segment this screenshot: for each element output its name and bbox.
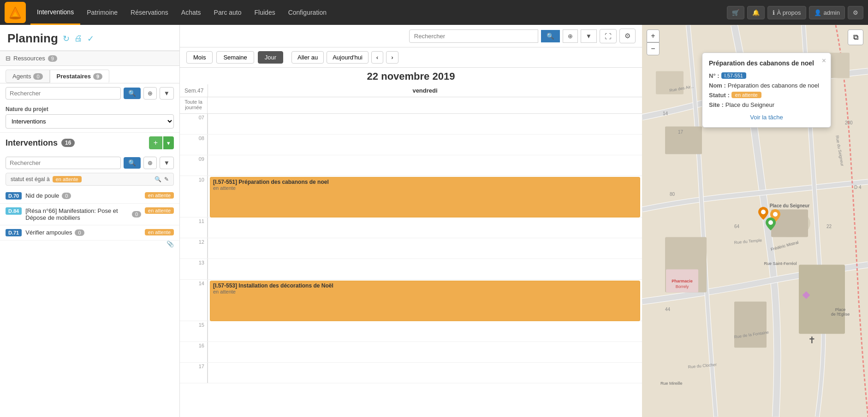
interventions-title: Interventions 16 xyxy=(6,138,75,148)
nav-patrimoine[interactable]: Patrimoine xyxy=(80,0,124,25)
nav-parc-auto[interactable]: Parc auto xyxy=(208,0,248,25)
sidebar: Planning ↻ 🖨 ✓ ⊟ Ressources 9 Agents 0 xyxy=(0,25,180,417)
interventions-zoom-button[interactable]: ⊕ xyxy=(143,157,157,169)
global-filter-button[interactable]: ▼ xyxy=(581,29,597,43)
next-day-button[interactable]: › xyxy=(386,51,398,64)
layers-icon: ⧉ xyxy=(853,33,858,41)
zoom-icon-global: ⊕ xyxy=(568,33,573,40)
list-item[interactable]: D.71 Vérifier ampoules 0 en attente xyxy=(0,225,179,241)
item-title-d71: Vérifier ampoules 0 xyxy=(25,229,141,236)
interventions-search-button[interactable]: 🔍 xyxy=(124,157,141,169)
apropos-button[interactable]: ℹ À propos xyxy=(767,6,806,19)
hour-label-15: 15 xyxy=(180,321,208,341)
search-icon-global: 🔍 xyxy=(547,33,554,40)
global-zoom-button[interactable]: ⊕ xyxy=(563,29,578,43)
map-popup: Préparation des cabanons de noel × N° : … xyxy=(702,53,831,128)
popup-nom-label: Nom : xyxy=(709,82,726,89)
sidebar-search-input[interactable] xyxy=(6,87,121,100)
check-icon[interactable]: ✓ xyxy=(87,34,94,44)
sidebar-search-button[interactable]: 🔍 xyxy=(124,88,141,99)
item-attach-d84: 0 xyxy=(132,211,141,217)
hour-cell-15 xyxy=(208,321,642,341)
nav-reservations[interactable]: Réservations xyxy=(124,0,175,25)
nav-fluides[interactable]: Fluides xyxy=(248,0,282,25)
collapse-icon[interactable]: ⊟ xyxy=(6,55,11,62)
print-icon[interactable]: 🖨 xyxy=(74,34,83,43)
map-marker-selected[interactable] xyxy=(766,217,776,232)
hour-cell-17 xyxy=(208,363,642,383)
calendar-date-title: 22 novembre 2019 xyxy=(180,68,642,84)
layers-button[interactable]: ⧉ xyxy=(848,29,863,45)
item-badge-d70: D.70 xyxy=(6,192,22,200)
item-status-d70: en attente xyxy=(145,192,174,199)
hour-cell-12 xyxy=(208,238,642,258)
refresh-icon[interactable]: ↻ xyxy=(63,34,70,44)
item-badge-d84: D.84 xyxy=(6,207,22,215)
svg-text:de l'Eglise: de l'Eglise xyxy=(831,312,850,317)
prev-day-button[interactable]: ‹ xyxy=(371,51,383,64)
allday-cell xyxy=(208,97,642,113)
hour-row-17: 17 xyxy=(180,363,642,383)
interventions-search-input[interactable] xyxy=(6,157,121,169)
hour-row-07: 07 xyxy=(180,114,642,135)
svg-text:64: 64 xyxy=(734,224,740,229)
expand-button[interactable]: ⛶ xyxy=(600,29,617,43)
tab-agents[interactable]: Agents 0 xyxy=(6,70,50,83)
cart-button[interactable]: 🛒 xyxy=(727,6,744,19)
sidebar-search-row: 🔍 ⊕ ▼ xyxy=(0,83,179,103)
add-dropdown-button[interactable]: ▾ xyxy=(163,136,174,149)
nav-links: Interventions Patrimoine Réservations Ac… xyxy=(30,0,727,25)
admin-button[interactable]: 👤 admin xyxy=(809,6,845,19)
popup-site-row: Site : Place du Seigneur xyxy=(709,101,824,108)
search-icon-2: 🔍 xyxy=(128,159,136,166)
view-semaine-button[interactable]: Semaine xyxy=(216,51,254,64)
nav-configuration[interactable]: Configuration xyxy=(282,0,333,25)
calendar-event-1[interactable]: [I.57-551] Préparation des cabanons de n… xyxy=(210,177,640,217)
bell-button[interactable]: 🔔 xyxy=(747,6,765,19)
svg-point-42 xyxy=(768,220,773,225)
settings-button[interactable]: ⚙ xyxy=(848,6,863,19)
zoom-in-button[interactable]: + xyxy=(647,29,660,42)
nav-interventions[interactable]: Interventions xyxy=(30,0,80,25)
prestataires-count: 9 xyxy=(93,73,102,80)
hour-label-10: 10 xyxy=(180,176,208,217)
sidebar-filter-button[interactable]: ▼ xyxy=(160,87,174,100)
app-logo xyxy=(5,2,26,23)
hour-row-16: 16 xyxy=(180,342,642,363)
view-jour-button[interactable]: Jour xyxy=(258,51,283,64)
interventions-filter-button[interactable]: ▼ xyxy=(160,157,174,169)
event-2-status: en attente xyxy=(213,289,637,294)
aller-au-button[interactable]: Aller au xyxy=(291,51,324,64)
global-search-input[interactable] xyxy=(409,29,538,43)
add-intervention-button[interactable]: + xyxy=(149,136,162,149)
settings-calendar-button[interactable]: ⚙ xyxy=(619,29,636,43)
hour-label-16: 16 xyxy=(180,342,208,362)
zoom-out-button[interactable]: − xyxy=(647,42,660,55)
calendar-area: 🔍 ⊕ ▼ ⛶ ⚙ Mois Semaine Jour xyxy=(180,25,642,417)
map-controls: + − xyxy=(647,29,660,55)
hour-row-13: 13 xyxy=(180,259,642,280)
aujourd-hui-button[interactable]: Aujourd'hui xyxy=(327,51,369,64)
tab-prestataires[interactable]: Prestataires 9 xyxy=(50,70,110,83)
filter-chip-search-icon[interactable]: 🔍 xyxy=(155,176,161,182)
list-item[interactable]: D.84 [Résa n°66] Manifestation: Pose et … xyxy=(0,204,179,225)
nav-achats[interactable]: Achats xyxy=(175,0,208,25)
filter-chip-edit-icon[interactable]: ✎ xyxy=(164,176,169,182)
calendar-event-2[interactable]: [I.57-553] Installation des décorations … xyxy=(210,281,640,321)
intervention-list: D.70 Nid de poule 0 en attente D.84 [Rés… xyxy=(0,188,179,417)
hour-cell-14: [I.57-553] Installation des décorations … xyxy=(208,280,642,321)
global-search-button[interactable]: 🔍 xyxy=(541,30,560,42)
svg-rect-13 xyxy=(734,302,767,348)
item-title-d84: [Résa n°66] Manifestation: Pose et Dépos… xyxy=(25,207,141,221)
list-item[interactable]: D.70 Nid de poule 0 en attente xyxy=(0,188,179,204)
item-badge-d71: D.71 xyxy=(6,229,22,236)
popup-close-button[interactable]: × xyxy=(822,57,826,65)
svg-text:14: 14 xyxy=(663,111,668,116)
sidebar-zoom-button[interactable]: ⊕ xyxy=(143,87,157,100)
svg-text:✝: ✝ xyxy=(808,335,816,345)
view-mois-button[interactable]: Mois xyxy=(186,51,213,64)
popup-task-link[interactable]: Voir la tâche xyxy=(709,114,824,121)
svg-text:Rue Mireille: Rue Mireille xyxy=(660,381,683,386)
nature-select[interactable]: Interventions Patrimoine Réservations xyxy=(6,114,174,129)
hour-label-08: 08 xyxy=(180,135,208,155)
